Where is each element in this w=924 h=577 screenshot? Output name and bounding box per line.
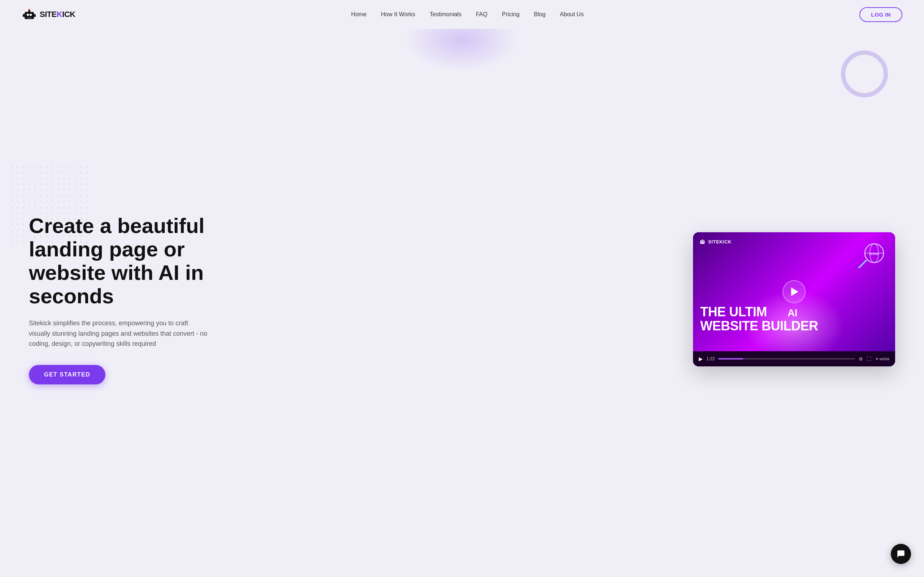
logo-text: SITEKICK [40, 10, 76, 19]
fullscreen-icon[interactable]: ⛶ [867, 356, 871, 362]
svg-rect-11 [701, 241, 703, 242]
nav-pricing[interactable]: Pricing [502, 11, 519, 17]
video-logo-text: SITEKICK [708, 239, 732, 245]
svg-rect-7 [27, 17, 32, 19]
svg-line-19 [859, 260, 866, 268]
video-logo-bar: SITEKICK [699, 238, 732, 245]
video-play-control[interactable]: ▶ [699, 356, 703, 362]
login-button[interactable]: LOG IN [859, 7, 902, 22]
video-control-icons: ⚙ ⛶ ✦ wistia [859, 356, 889, 362]
nav-links: Home How It Works Testimonials FAQ Prici… [351, 11, 584, 18]
hero-right: SITEKICK WWW THE ULTIM AI WEBSITE BUILDE… [693, 232, 895, 366]
globe-magnifier-decoration: WWW [855, 239, 888, 272]
video-logo-icon [699, 238, 706, 245]
play-triangle-icon [791, 287, 798, 296]
video-player[interactable]: SITEKICK WWW THE ULTIM AI WEBSITE BUILDE… [693, 232, 895, 366]
blob-decoration [404, 29, 520, 72]
chat-icon [896, 549, 906, 559]
svg-rect-2 [30, 14, 32, 16]
nav-home[interactable]: Home [351, 11, 367, 17]
nav-how-it-works[interactable]: How It Works [381, 11, 415, 17]
svg-rect-1 [27, 14, 29, 16]
svg-rect-6 [34, 14, 36, 17]
hero-left: Create a beautiful landing page or websi… [29, 214, 238, 384]
svg-rect-10 [700, 240, 704, 244]
svg-rect-5 [23, 14, 24, 17]
nav-blog[interactable]: Blog [534, 11, 545, 17]
video-title-overlay: THE ULTIM AI WEBSITE BUILDER [700, 305, 818, 333]
settings-icon[interactable]: ⚙ [859, 356, 863, 362]
get-started-button[interactable]: GET STARTED [29, 365, 105, 384]
video-progress-fill [718, 358, 743, 359]
svg-point-14 [702, 239, 703, 240]
logo-icon [22, 7, 37, 22]
hero-subtitle: Sitekick simplifies the process, empower… [29, 318, 209, 349]
wistia-label: ✦ wistia [875, 357, 889, 361]
video-timestamp: 1:22 [706, 356, 715, 361]
video-play-button[interactable] [782, 280, 806, 303]
nav-faq[interactable]: FAQ [476, 11, 487, 17]
hero-title: Create a beautiful landing page or websi… [29, 214, 238, 308]
nav-right: LOG IN [859, 7, 902, 22]
logo[interactable]: SITEKICK [22, 7, 76, 22]
svg-text:WWW: WWW [869, 252, 879, 256]
hero-section: Create a beautiful landing page or websi… [0, 29, 924, 577]
navbar: SITEKICK Home How It Works Testimonials … [0, 0, 924, 29]
nav-about-us[interactable]: About Us [560, 11, 584, 17]
circle-decoration [841, 50, 888, 97]
video-progress-bar[interactable] [718, 358, 855, 359]
chat-button[interactable] [891, 544, 911, 564]
video-controls-bar: ▶ 1:22 ⚙ ⛶ ✦ wistia [693, 351, 895, 366]
nav-testimonials[interactable]: Testimonials [430, 11, 461, 17]
svg-point-4 [29, 9, 30, 11]
svg-rect-12 [703, 241, 703, 242]
video-main-area: SITEKICK WWW THE ULTIM AI WEBSITE BUILDE… [693, 232, 895, 351]
